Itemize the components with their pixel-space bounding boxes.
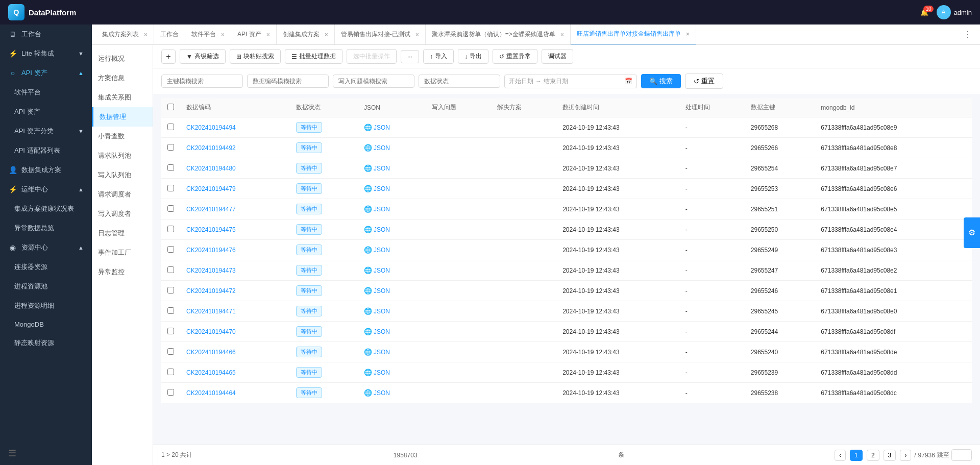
row-json-link[interactable]: 🌐 JSON xyxy=(364,348,420,356)
page-jump-input[interactable] xyxy=(951,449,972,461)
tab-purchase-close[interactable]: × xyxy=(560,31,564,38)
row-json-link[interactable]: 🌐 JSON xyxy=(364,389,420,397)
date-range-picker[interactable]: 开始日期 → 结束日期 📅 xyxy=(504,75,637,88)
key-search-input[interactable] xyxy=(161,75,243,88)
row-json-link[interactable]: 🌐 JSON xyxy=(364,185,420,192)
row-code-link[interactable]: CK202410194466 xyxy=(186,349,236,356)
next-page-btn[interactable]: › xyxy=(900,450,911,461)
row-json-link[interactable]: 🌐 JSON xyxy=(364,266,420,274)
more-button[interactable]: ··· xyxy=(401,50,419,63)
user-menu[interactable]: A admin xyxy=(937,5,972,19)
sub-nav-run-overview[interactable]: 运行概况 xyxy=(92,49,153,68)
row-json-link[interactable]: 🌐 JSON xyxy=(364,226,420,233)
sub-nav-write-queue[interactable]: 写入队列池 xyxy=(92,165,153,185)
row-checkbox[interactable] xyxy=(167,205,174,212)
sidebar-item-api-class[interactable]: API 资产分类 ▼ xyxy=(0,121,92,141)
sub-nav-request-queue[interactable]: 请求队列池 xyxy=(92,146,153,165)
row-json-link[interactable]: 🌐 JSON xyxy=(364,369,420,376)
sidebar-item-connector[interactable]: 连接器资源 xyxy=(0,257,92,277)
row-checkbox[interactable] xyxy=(167,144,174,151)
sidebar-item-data-integration[interactable]: 👤 数据集成方案 xyxy=(0,160,92,180)
tab-list[interactable]: 集成方案列表 × xyxy=(96,25,154,45)
notification-bell[interactable]: 🔔 10 xyxy=(918,7,930,18)
sidebar-item-resource[interactable]: ◉ 资源中心 ▲ xyxy=(0,238,92,257)
row-checkbox[interactable] xyxy=(167,185,174,191)
row-code-link[interactable]: CK202410194472 xyxy=(186,287,236,295)
export-button[interactable]: ↓ 导出 xyxy=(458,49,488,64)
row-code-link[interactable]: CK202410194471 xyxy=(186,308,236,315)
reset-exception-button[interactable]: ↺ 重置异常 xyxy=(493,49,537,64)
sidebar-item-workbench[interactable]: 🖥 工作台 xyxy=(0,25,92,44)
row-checkbox[interactable] xyxy=(167,164,174,171)
row-json-link[interactable]: 🌐 JSON xyxy=(364,164,420,172)
row-checkbox[interactable] xyxy=(167,307,174,314)
sub-nav-xiao-qing[interactable]: 小青查数 xyxy=(92,127,153,146)
row-json-link[interactable]: 🌐 JSON xyxy=(364,124,420,131)
page-btn-2[interactable]: 2 xyxy=(867,450,879,461)
tab-create[interactable]: 创建集成方案 × xyxy=(277,25,335,45)
row-code-link[interactable]: CK202410194479 xyxy=(186,185,236,192)
select-all-checkbox[interactable] xyxy=(167,104,174,110)
row-code-link[interactable]: CK202410194477 xyxy=(186,206,236,213)
sidebar-collapse[interactable]: ☰ xyxy=(0,442,92,465)
sub-nav-data-mgmt[interactable]: 数据管理 xyxy=(92,107,153,127)
row-checkbox[interactable] xyxy=(167,389,174,396)
batch-op-button[interactable]: 选中批量操作 xyxy=(347,49,397,64)
row-json-link[interactable]: 🌐 JSON xyxy=(364,144,420,152)
row-code-link[interactable]: CK202410194492 xyxy=(186,144,236,152)
row-code-link[interactable]: CK202410194464 xyxy=(186,389,236,397)
tab-purchase[interactable]: 聚水潭采购退货单（确认）=>金蝶采购退货单 × xyxy=(426,25,571,45)
row-code-link[interactable]: CK202410194470 xyxy=(186,328,236,335)
tab-software-close[interactable]: × xyxy=(221,31,225,38)
row-code-link[interactable]: CK202410194480 xyxy=(186,165,236,172)
settings-float-button[interactable]: ⚙ xyxy=(964,217,980,248)
sidebar-item-software[interactable]: 软件平台 xyxy=(0,83,92,102)
search-button[interactable]: 🔍 搜索 xyxy=(641,74,681,88)
row-code-link[interactable]: CK202410194475 xyxy=(186,226,236,233)
row-checkbox[interactable] xyxy=(167,266,174,273)
sub-nav-req-scheduler[interactable]: 请求调度者 xyxy=(92,185,153,204)
sidebar-item-ops[interactable]: ⚡ 运维中心 ▲ xyxy=(0,180,92,199)
tab-create-close[interactable]: × xyxy=(325,31,328,38)
tabs-more-btn[interactable]: ⋮ xyxy=(960,30,976,39)
row-checkbox[interactable] xyxy=(167,246,174,253)
row-json-link[interactable]: 🌐 JSON xyxy=(364,307,420,315)
sidebar-item-api-adapter[interactable]: API 适配器列表 xyxy=(0,141,92,160)
tab-wangdian[interactable]: 旺店通销售出库单对接金蝶销售出库单 × xyxy=(571,25,696,45)
row-checkbox[interactable] xyxy=(167,328,174,334)
sub-nav-event-factory[interactable]: 事件加工厂 xyxy=(92,243,153,262)
paste-search-button[interactable]: ⊞ 块粘贴搜索 xyxy=(230,49,281,64)
problem-search-input[interactable] xyxy=(333,75,414,88)
row-checkbox[interactable] xyxy=(167,226,174,232)
row-checkbox[interactable] xyxy=(167,369,174,375)
sidebar-item-lite[interactable]: ⚡ Lite 轻集成 ▼ xyxy=(0,44,92,63)
reset-button[interactable]: ↺ 重置 xyxy=(685,74,723,89)
row-code-link[interactable]: CK202410194465 xyxy=(186,369,236,376)
tab-wangdian-close[interactable]: × xyxy=(686,31,690,38)
sidebar-item-api-asset[interactable]: API 资产 xyxy=(0,102,92,121)
row-checkbox[interactable] xyxy=(167,348,174,355)
debugger-button[interactable]: 调试器 xyxy=(542,49,573,64)
sidebar-item-exception-data[interactable]: 异常数据总览 xyxy=(0,218,92,238)
sidebar-item-api[interactable]: ○ API 资产 ▲ xyxy=(0,63,92,83)
tab-mgr[interactable]: 管易销售出库对接-已测试 × xyxy=(335,25,426,45)
row-json-link[interactable]: 🌐 JSON xyxy=(364,205,420,213)
row-checkbox[interactable] xyxy=(167,287,174,293)
sidebar-item-proc-pool[interactable]: 进程资源池 xyxy=(0,277,92,296)
sidebar-item-health[interactable]: 集成方案健康状况表 xyxy=(0,199,92,218)
tab-api-close[interactable]: × xyxy=(266,31,270,38)
import-button[interactable]: ↑ 导入 xyxy=(423,49,454,64)
tab-api[interactable]: API 资产 × xyxy=(231,25,277,45)
code-search-input[interactable] xyxy=(247,75,329,88)
add-button[interactable]: + xyxy=(161,50,176,64)
sub-nav-plan-info[interactable]: 方案信息 xyxy=(92,68,153,88)
row-code-link[interactable]: CK202410194473 xyxy=(186,267,236,274)
sidebar-item-proc-detail[interactable]: 进程资源明细 xyxy=(0,296,92,315)
row-json-link[interactable]: 🌐 JSON xyxy=(364,287,420,295)
row-checkbox[interactable] xyxy=(167,124,174,130)
tab-workbench[interactable]: 工作台 xyxy=(154,25,185,45)
page-btn-1[interactable]: 1 xyxy=(850,450,863,461)
sidebar-item-mongodb[interactable]: MongoDB xyxy=(0,315,92,333)
tab-list-close[interactable]: × xyxy=(144,31,148,38)
tab-software[interactable]: 软件平台 × xyxy=(185,25,231,45)
